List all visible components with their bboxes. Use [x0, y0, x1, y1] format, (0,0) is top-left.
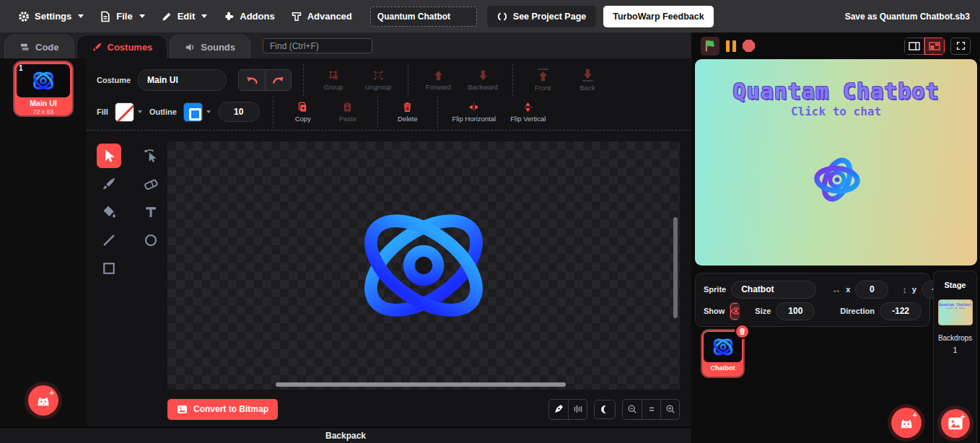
redo-button[interactable] — [265, 70, 291, 90]
front-button[interactable]: Front — [522, 69, 563, 92]
tab-costumes[interactable]: Costumes — [76, 35, 168, 58]
line-tool[interactable] — [97, 228, 121, 253]
chevron-down-icon[interactable] — [206, 110, 211, 113]
zoom-out-button[interactable] — [623, 400, 642, 419]
atom-logo-artwork — [347, 202, 500, 329]
rectangle-tool[interactable] — [97, 256, 121, 281]
backpack-bar[interactable]: Backpack — [0, 427, 691, 443]
paste-button[interactable]: Paste — [328, 102, 368, 123]
group-icon — [328, 70, 339, 81]
vertical-scrollbar[interactable] — [673, 217, 678, 318]
group-button[interactable]: Group — [313, 70, 354, 91]
tab-code[interactable]: Code — [4, 35, 74, 58]
zoom-out-icon — [627, 404, 637, 414]
plus-icon: + — [50, 390, 54, 395]
stage-display[interactable]: Quantam Chatbot Click to chat — [695, 59, 977, 266]
large-stage-icon — [929, 42, 940, 51]
turbowarp-feedback-button[interactable]: TurboWarp Feedback — [603, 6, 713, 27]
tool-palette — [97, 144, 166, 284]
fullscreen-button[interactable] — [950, 38, 971, 55]
paint-canvas[interactable] — [167, 141, 680, 390]
arrow-to-back-button[interactable]: Back — [567, 69, 608, 92]
delete-button[interactable]: Delete — [388, 102, 428, 123]
canvas-artwork[interactable] — [347, 202, 500, 329]
outline-width-input[interactable] — [218, 102, 260, 122]
show-sprite-button[interactable] — [730, 303, 740, 320]
zoom-reset-button[interactable] — [642, 400, 660, 419]
forward-button[interactable]: Forward — [418, 70, 458, 91]
copy-button[interactable]: Copy — [283, 102, 323, 123]
flip-vertical-button[interactable]: Flip Vertical — [505, 102, 551, 123]
rectangle-icon — [102, 261, 116, 276]
file-menu[interactable]: File — [92, 0, 152, 32]
reshape-tool[interactable] — [139, 144, 163, 168]
size-input[interactable] — [776, 302, 815, 320]
project-title-input[interactable] — [370, 6, 477, 27]
convert-to-bitmap-button[interactable]: Convert to Bitmap — [167, 399, 278, 420]
zoom-in-button[interactable] — [660, 400, 679, 419]
add-backdrop-button[interactable]: + — [941, 409, 970, 438]
fill-color-swatch[interactable] — [115, 102, 134, 122]
x-input[interactable] — [855, 281, 888, 299]
stage-sprite-chatbot[interactable] — [801, 144, 873, 216]
green-flag-button[interactable] — [701, 37, 719, 56]
tab-bar: Code Costumes Sounds — [0, 32, 691, 58]
tab-sounds-label: Sounds — [201, 42, 235, 53]
find-input[interactable] — [263, 38, 372, 53]
pause-button[interactable] — [726, 40, 736, 52]
circle-icon — [144, 233, 158, 247]
refresh-icon — [497, 12, 507, 22]
eraser-tool[interactable] — [139, 172, 163, 196]
edit-menu[interactable]: Edit — [153, 0, 216, 32]
save-status[interactable]: Save as Quantum Chatbot.sb3 — [845, 12, 970, 22]
undo-button[interactable] — [239, 70, 265, 90]
horizontal-scrollbar[interactable] — [276, 382, 566, 387]
costume-name-input[interactable] — [137, 69, 227, 91]
flip-horizontal-button[interactable]: Flip Horizontal — [447, 102, 501, 123]
canvas-footer: Convert to Bitmap — [167, 398, 680, 420]
grid-lines-toggle[interactable] — [568, 400, 587, 419]
undo-icon — [246, 76, 258, 85]
costume-name: Main UI — [17, 99, 70, 108]
ungroup-button[interactable]: Ungroup — [358, 70, 398, 91]
stage-panel[interactable]: Stage Quantam Chatbot Click to chat Back… — [933, 271, 977, 443]
circle-tool[interactable] — [139, 228, 163, 253]
select-tool[interactable] — [97, 144, 121, 168]
add-sprite-button[interactable]: + — [891, 408, 922, 438]
file-icon — [100, 11, 111, 22]
chevron-down-icon[interactable] — [138, 110, 142, 113]
see-project-page-button[interactable]: See Project Page — [487, 6, 596, 27]
small-stage-button[interactable] — [904, 38, 924, 55]
y-axis-icon: ↕ — [902, 284, 907, 295]
advanced-menu[interactable]: Advanced — [283, 0, 360, 32]
dark-mode-toggle[interactable] — [594, 400, 616, 419]
sprite-name-input[interactable] — [731, 281, 816, 299]
fill-tool[interactable] — [97, 200, 121, 224]
settings-label: Settings — [35, 11, 71, 22]
stop-button[interactable] — [743, 40, 755, 52]
large-stage-button[interactable] — [924, 38, 945, 55]
gear-icon — [18, 11, 30, 22]
addons-menu[interactable]: Addons — [215, 0, 282, 32]
costume-item-selected[interactable]: 1 Main UI 72 x 63 — [14, 62, 72, 115]
add-costume-button[interactable]: + — [28, 385, 58, 416]
stage-subtitle-text: Click to chat — [695, 105, 977, 118]
tab-sounds[interactable]: Sounds — [170, 35, 250, 58]
sprite-list-item-chatbot[interactable]: Chatbot — [702, 330, 743, 377]
tab-costumes-label: Costumes — [108, 42, 153, 53]
outline-color-swatch[interactable] — [183, 102, 203, 122]
backward-button[interactable]: Backward — [463, 70, 503, 91]
y-label: y — [912, 285, 916, 294]
settings-menu[interactable]: Settings — [10, 0, 92, 32]
editor-section: Code Costumes Sounds 1 Mai — [0, 32, 691, 443]
brush-tool[interactable] — [97, 172, 121, 196]
cursor-icon — [102, 149, 116, 163]
delete-sprite-button[interactable] — [735, 324, 750, 339]
zoom-reset-icon — [647, 404, 657, 414]
paint-sample-toggle[interactable] — [549, 400, 568, 419]
text-tool[interactable] — [139, 200, 163, 224]
show-label: Show — [704, 307, 725, 315]
direction-input[interactable] — [880, 302, 922, 320]
paint-toolbar: Costume Group — [87, 58, 691, 131]
backdrop-thumbnail[interactable]: Quantam Chatbot Click to chat — [938, 299, 973, 325]
